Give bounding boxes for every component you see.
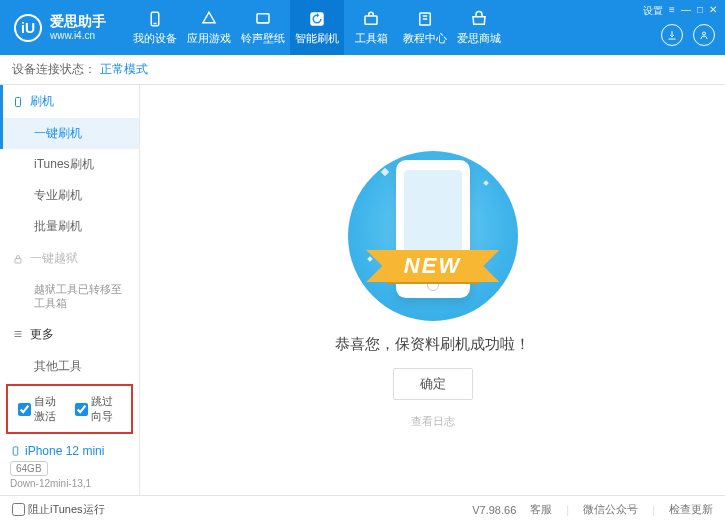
sidebar-group-flash[interactable]: 刷机 xyxy=(0,85,139,118)
status-label: 设备连接状态： xyxy=(12,61,96,78)
sidebar-item-pro[interactable]: 专业刷机 xyxy=(0,180,139,211)
nav-ringtones[interactable]: 铃声壁纸 xyxy=(236,0,290,55)
svg-point-8 xyxy=(703,32,706,35)
sidebar-item-batch[interactable]: 批量刷机 xyxy=(0,211,139,242)
app-subtitle: www.i4.cn xyxy=(50,30,106,41)
nav-store[interactable]: 爱思商城 xyxy=(452,0,506,55)
lock-icon xyxy=(12,253,24,265)
footer: 阻止iTunes运行 V7.98.66 客服| 微信公众号| 检查更新 xyxy=(0,495,725,523)
wallpaper-icon xyxy=(254,10,272,28)
svg-rect-9 xyxy=(16,97,21,106)
phone-icon xyxy=(146,10,164,28)
download-icon xyxy=(666,29,678,41)
nav-my-device[interactable]: 我的设备 xyxy=(128,0,182,55)
main-content: NEW 恭喜您，保资料刷机成功啦！ 确定 查看日志 xyxy=(140,85,725,495)
checkbox-skip-guide[interactable]: 跳过向导 xyxy=(75,394,122,424)
refresh-icon xyxy=(308,10,326,28)
device-name-label: iPhone 12 mini xyxy=(25,444,104,458)
phone-icon xyxy=(10,444,21,458)
new-ribbon: NEW xyxy=(386,250,479,282)
nav-flash[interactable]: 智能刷机 xyxy=(290,0,344,55)
update-link[interactable]: 检查更新 xyxy=(669,502,713,517)
toolbox-icon xyxy=(362,10,380,28)
sidebar-item-oneclick[interactable]: 一键刷机 xyxy=(0,118,139,149)
success-message: 恭喜您，保资料刷机成功啦！ xyxy=(335,335,530,354)
version-label: V7.98.66 xyxy=(472,504,516,516)
app-header: iU 爱思助手 www.i4.cn 我的设备 应用游戏 铃声壁纸 智能刷机 工具… xyxy=(0,0,725,55)
app-title: 爱思助手 xyxy=(50,14,106,29)
ok-button[interactable]: 确定 xyxy=(393,368,473,400)
device-storage: 64GB xyxy=(10,461,48,476)
user-icon xyxy=(698,29,710,41)
checkbox-block-itunes[interactable]: 阻止iTunes运行 xyxy=(12,502,105,517)
svg-rect-10 xyxy=(15,258,21,263)
svg-rect-2 xyxy=(257,13,269,22)
flash-options: 自动激活 跳过向导 xyxy=(6,384,133,434)
svg-rect-4 xyxy=(365,16,377,24)
menu-icon[interactable]: ≡ xyxy=(669,4,675,18)
device-info[interactable]: iPhone 12 mini 64GB Down-12mini-13,1 xyxy=(0,438,139,495)
status-bar: 设备连接状态： 正常模式 xyxy=(0,55,725,85)
download-button[interactable] xyxy=(661,24,683,46)
store-icon xyxy=(470,10,488,28)
view-log-link[interactable]: 查看日志 xyxy=(411,414,455,429)
sidebar-group-jailbreak[interactable]: 一键越狱 xyxy=(0,242,139,275)
user-button[interactable] xyxy=(693,24,715,46)
logo-icon: iU xyxy=(14,14,42,42)
settings-button[interactable]: 设置 xyxy=(643,4,663,18)
window-controls: 设置 ≡ — □ ✕ xyxy=(643,4,717,18)
phone-icon xyxy=(12,96,24,108)
apps-icon xyxy=(200,10,218,28)
menu-icon xyxy=(12,328,24,340)
nav-apps[interactable]: 应用游戏 xyxy=(182,0,236,55)
device-model: Down-12mini-13,1 xyxy=(10,478,129,489)
sidebar-item-itunes[interactable]: iTunes刷机 xyxy=(0,149,139,180)
checkbox-auto-activate[interactable]: 自动激活 xyxy=(18,394,65,424)
sidebar: 刷机 一键刷机 iTunes刷机 专业刷机 批量刷机 一键越狱 越狱工具已转移至… xyxy=(0,85,140,495)
status-mode: 正常模式 xyxy=(100,61,148,78)
svg-rect-14 xyxy=(13,447,18,455)
nav-tutorials[interactable]: 教程中心 xyxy=(398,0,452,55)
sidebar-item-other[interactable]: 其他工具 xyxy=(0,351,139,380)
minimize-icon[interactable]: — xyxy=(681,4,691,18)
maximize-icon[interactable]: □ xyxy=(697,4,703,18)
logo-area: iU 爱思助手 www.i4.cn xyxy=(0,14,120,42)
nav-toolbox[interactable]: 工具箱 xyxy=(344,0,398,55)
support-link[interactable]: 客服 xyxy=(530,502,552,517)
sidebar-group-more[interactable]: 更多 xyxy=(0,318,139,351)
main-nav: 我的设备 应用游戏 铃声壁纸 智能刷机 工具箱 教程中心 爱思商城 xyxy=(128,0,506,55)
close-icon[interactable]: ✕ xyxy=(709,4,717,18)
wechat-link[interactable]: 微信公众号 xyxy=(583,502,638,517)
success-illustration: NEW xyxy=(348,151,518,321)
book-icon xyxy=(416,10,434,28)
sidebar-jailbreak-hint: 越狱工具已转移至工具箱 xyxy=(0,275,139,318)
